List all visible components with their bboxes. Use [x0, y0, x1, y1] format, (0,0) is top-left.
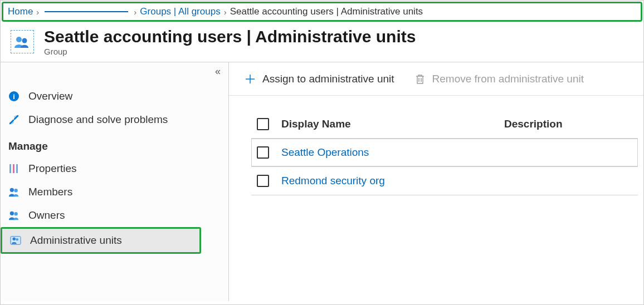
owners-icon [8, 210, 19, 221]
remove-label: Remove from administrative unit [432, 73, 584, 85]
svg-text:i: i [13, 92, 15, 101]
collapse-sidebar-icon[interactable]: « [215, 66, 221, 77]
svg-point-7 [10, 188, 14, 192]
row-checkbox[interactable] [257, 175, 269, 187]
breadcrumb-redacted[interactable] [45, 11, 128, 12]
assign-to-admin-unit-button[interactable]: Assign to administrative unit [245, 73, 394, 85]
plus-icon [245, 73, 256, 85]
svg-point-1 [22, 38, 27, 43]
sidebar-item-properties[interactable]: Properties [1, 157, 228, 180]
assign-label: Assign to administrative unit [262, 73, 394, 85]
chevron-right-icon: › [36, 7, 39, 17]
svg-point-8 [14, 189, 17, 192]
sidebar-section-manage: Manage [1, 131, 228, 157]
admin-units-icon [10, 235, 21, 246]
svg-point-10 [14, 212, 17, 215]
sliders-icon [8, 163, 19, 174]
col-description[interactable]: Description [504, 118, 632, 130]
admin-unit-link[interactable]: Seattle Operations [281, 146, 369, 158]
toolbar: Assign to administrative unit Remove fro… [229, 62, 643, 96]
sidebar-item-overview[interactable]: i Overview [1, 85, 228, 108]
group-icon [11, 30, 34, 53]
sidebar-item-label: Owners [28, 209, 65, 222]
page-title: Seattle accounting users | Administrativ… [44, 27, 416, 46]
sidebar-item-label: Diagnose and solve problems [28, 114, 168, 126]
main-content: Assign to administrative unit Remove fro… [229, 62, 643, 301]
col-display-name[interactable]: Display Name [281, 118, 504, 130]
sidebar: « i Overview Diagnose and solve problems… [1, 62, 229, 301]
remove-from-admin-unit-button: Remove from administrative unit [414, 73, 584, 85]
members-icon [8, 186, 19, 198]
sidebar-item-label: Properties [28, 163, 77, 175]
breadcrumb-groups[interactable]: Groups | All groups [140, 6, 220, 17]
sidebar-item-members[interactable]: Members [1, 180, 228, 204]
page-subtitle: Group [44, 47, 416, 56]
row-checkbox[interactable] [257, 146, 269, 159]
page-header: Seattle accounting users | Administrativ… [1, 23, 643, 62]
admin-unit-link[interactable]: Redmond security org [281, 175, 385, 186]
svg-rect-5 [13, 164, 14, 173]
table-row[interactable]: Redmond security org [251, 166, 638, 195]
svg-point-13 [16, 238, 18, 241]
sidebar-item-label: Members [28, 186, 72, 198]
chevron-right-icon: › [224, 7, 227, 17]
table-row[interactable]: Seattle Operations [251, 138, 638, 166]
info-icon: i [8, 91, 19, 102]
svg-point-0 [16, 37, 22, 42]
table-header: Display Name Description [251, 118, 638, 138]
svg-point-12 [13, 238, 16, 240]
trash-icon [414, 73, 426, 85]
admin-units-table: Display Name Description Seattle Operati… [229, 96, 643, 195]
wrench-icon [8, 114, 19, 125]
breadcrumb: Home › › Groups | All groups › Seattle a… [2, 2, 642, 22]
sidebar-item-label: Overview [28, 90, 72, 102]
breadcrumb-home[interactable]: Home [8, 6, 33, 17]
sidebar-item-administrative-units[interactable]: Administrative units [1, 227, 201, 254]
svg-rect-6 [16, 164, 18, 173]
select-all-checkbox[interactable] [257, 118, 269, 130]
svg-point-9 [10, 211, 14, 215]
chevron-right-icon: › [134, 7, 136, 17]
breadcrumb-current: Seattle accounting users | Administrativ… [230, 6, 423, 17]
sidebar-item-diagnose[interactable]: Diagnose and solve problems [1, 108, 228, 131]
sidebar-item-label: Administrative units [30, 234, 122, 247]
sidebar-item-owners[interactable]: Owners [1, 204, 228, 227]
svg-rect-4 [9, 164, 11, 173]
